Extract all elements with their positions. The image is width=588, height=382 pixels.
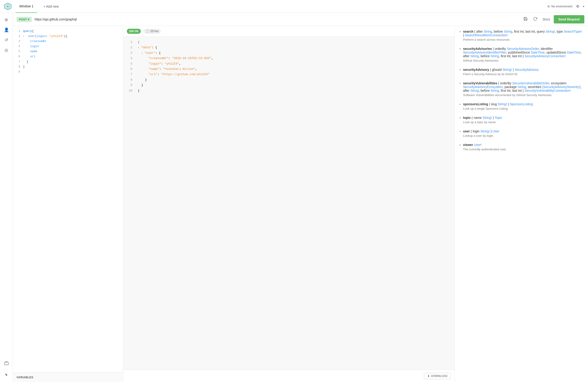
doc-link-topic[interactable]: Topic	[495, 116, 502, 119]
doc-link[interactable]: SecurityVulnerabilityConnection!	[525, 89, 571, 92]
method-dropdown-icon: ▾	[28, 18, 29, 21]
doc-link[interactable]: String!	[483, 116, 492, 119]
topbar: Window 1 + Add new ⊘ No environment ⚙ ▾	[0, 0, 588, 13]
doc-item-security-advisory-title[interactable]: securityAdvisory ( ghsaId String! ) Secu…	[463, 68, 583, 71]
doc-link[interactable]: SecurityAdvisory	[515, 68, 539, 71]
resp-line-9: 9 }	[127, 83, 451, 88]
doc-link[interactable]: String	[504, 30, 512, 33]
sidebar-briefcase-icon[interactable]	[2, 359, 11, 367]
code-line-8: 8 }	[17, 64, 119, 69]
sidebar: ⊛ 👤 ↺ ◎	[0, 13, 13, 382]
code-line-5: 5 name	[17, 49, 119, 54]
topbar-right: ⊘ No environment ⚙ ▾	[547, 4, 584, 8]
doc-item-security-advisories-desc: GitHub Security Advisories	[463, 59, 583, 62]
doc-item-security-vulnerabilities-title[interactable]: securityVulnerabilities ( orderBy Securi…	[463, 81, 583, 92]
doc-item-topic-desc: Look up a topic by name.	[463, 120, 583, 124]
doc-item-security-advisories: securityAdvisories ( orderBy SecurityAdv…	[459, 47, 583, 62]
method-label: POST	[19, 18, 27, 21]
doc-link[interactable]: SecurityAdvisoryEcosystem	[463, 85, 503, 89]
url-input[interactable]	[34, 18, 519, 21]
sidebar-history-icon[interactable]: ↺	[2, 36, 11, 44]
doc-link[interactable]: SearchType!	[564, 30, 582, 33]
urlbar: POST ▾ Docs Send Request	[13, 13, 588, 26]
code-line-1: 1 query{	[17, 29, 119, 34]
doc-link[interactable]: SecurityVulnerabilityOrder	[512, 81, 549, 85]
code-line-4: 4 login	[17, 44, 119, 49]
doc-link[interactable]: SecurityAdvisoryOrder	[507, 47, 539, 51]
main-layout: ⊛ 👤 ↺ ◎ POST ▾	[0, 13, 588, 382]
status-badge: 200 OK	[127, 29, 141, 34]
resp-line-5: 5 "login": "yh1224",	[127, 61, 451, 67]
content-area: POST ▾ Docs Send Request 1	[13, 13, 588, 382]
docs-button[interactable]: Docs	[541, 17, 552, 22]
doc-item-sponsors-listing-title[interactable]: sponsorsListing ( slug String! ) Sponsor…	[463, 102, 583, 106]
doc-link[interactable]: DateTime	[531, 51, 545, 54]
save-button[interactable]	[522, 16, 529, 23]
doc-link[interactable]: String!	[481, 129, 490, 133]
doc-link[interactable]: String!	[503, 68, 512, 71]
doc-link[interactable]: String	[484, 30, 492, 33]
doc-item-topic-title[interactable]: topic ( name String! ) Topic	[463, 116, 583, 119]
window-tab[interactable]: Window 1	[16, 0, 37, 13]
doc-item-viewer-title[interactable]: viewer User!	[463, 143, 583, 147]
download-icon: ⬇	[427, 374, 430, 378]
download-button[interactable]: ⬇ DOWNLOAD	[424, 373, 451, 379]
doc-link[interactable]: String	[470, 54, 479, 58]
doc-item-sponsors-listing-desc: Look up a single Sponsors Listing	[463, 107, 583, 110]
refresh-button[interactable]	[531, 16, 539, 23]
doc-item-user: user ( login String! ) User Lookup a use…	[459, 129, 583, 137]
no-env-icon: ⊘	[547, 5, 550, 8]
settings-button[interactable]: ⚙	[576, 4, 579, 8]
resp-line-6: 6 "name": "Yoshiharu Hirose",	[127, 67, 451, 72]
doc-link[interactable]: SearchResultItemConnection!	[465, 33, 508, 37]
code-line-7: 7 }	[17, 59, 119, 64]
doc-link[interactable]: String!	[546, 30, 555, 33]
query-panel: 1 query{ 2 ▾ user(login: "yh1224"){ 3 cr…	[13, 26, 123, 382]
variables-label: VARIABLES	[17, 376, 33, 379]
query-editor[interactable]: 1 query{ 2 ▾ user(login: "yh1224"){ 3 cr…	[13, 26, 123, 372]
doc-link[interactable]: String	[491, 54, 499, 58]
resp-line-8: 8 }	[127, 77, 451, 83]
doc-link[interactable]: User!	[474, 143, 482, 147]
code-line-2: 2 ▾ user(login: "yh1224"){	[17, 34, 119, 39]
doc-item-viewer: viewer User! The currently authenticated…	[459, 143, 583, 151]
time-value: 257ms	[150, 30, 158, 33]
doc-item-sponsors-listing: sponsorsListing ( slug String! ) Sponsor…	[459, 102, 583, 110]
panels: 1 query{ 2 ▾ user(login: "yh1224"){ 3 cr…	[13, 26, 588, 382]
doc-link[interactable]: SecurityAdvisoryConnection!	[525, 54, 566, 58]
doc-item-user-title[interactable]: user ( login String! ) User	[463, 129, 583, 133]
docs-panel[interactable]: search ( after String, before String, fi…	[455, 26, 588, 382]
resp-line-4: 4 "createdAt": "2010-10-28T02:15:09Z",	[127, 56, 451, 61]
sidebar-team-icon[interactable]: 👤	[2, 26, 11, 34]
doc-item-security-advisory: securityAdvisory ( ghsaId String! ) Secu…	[459, 68, 583, 76]
method-selector[interactable]: POST ▾	[17, 17, 32, 22]
doc-link[interactable]: SponsorsListing	[510, 102, 533, 106]
doc-item-search-title[interactable]: search ( after String, before String, fi…	[463, 30, 583, 37]
doc-link[interactable]: String	[518, 85, 526, 89]
doc-link[interactable]: SecurityAdvisoryIdentifierFilter	[463, 51, 506, 54]
doc-link-user[interactable]: User	[492, 129, 499, 133]
doc-link[interactable]: String!	[498, 102, 507, 106]
doc-item-security-vulnerabilities: securityVulnerabilities ( orderBy Securi…	[459, 81, 583, 97]
clock-icon: 🕐	[146, 30, 149, 33]
doc-link[interactable]: String	[491, 89, 499, 92]
resp-line-1: 1 {	[127, 40, 451, 45]
doc-link[interactable]: [SecurityAdvisorySeverity!]	[542, 85, 581, 89]
doc-link[interactable]: DateTime	[567, 51, 581, 54]
resp-line-10: 10 }	[127, 88, 451, 93]
send-request-button[interactable]: Send Request	[554, 15, 584, 23]
no-env-label: No environment	[551, 5, 572, 8]
sidebar-home-icon[interactable]: ⊛	[2, 16, 11, 24]
chevron-down-icon[interactable]: ▾	[583, 5, 584, 8]
doc-link[interactable]: String	[470, 89, 479, 92]
response-body[interactable]: 1 { 2 ▾ "data": { 3 ▾ "user": { 4 "creat…	[123, 37, 455, 370]
environment-selector[interactable]: ⊘ No environment	[547, 5, 572, 8]
add-new-button[interactable]: + Add new	[41, 3, 61, 10]
doc-item-viewer-desc: The currently authenticated user.	[463, 148, 583, 151]
sidebar-explore-icon[interactable]: ◎	[2, 46, 11, 54]
doc-item-security-advisories-title[interactable]: securityAdvisories ( orderBy SecurityAdv…	[463, 47, 583, 58]
doc-item-search-desc: Perform a search across resources.	[463, 38, 583, 41]
response-footer: ⬇ DOWNLOAD	[123, 370, 455, 382]
doc-item-security-vulnerabilities-desc: Software Vulnerabilities documented by G…	[463, 93, 583, 97]
code-line-9: 9	[17, 69, 119, 74]
